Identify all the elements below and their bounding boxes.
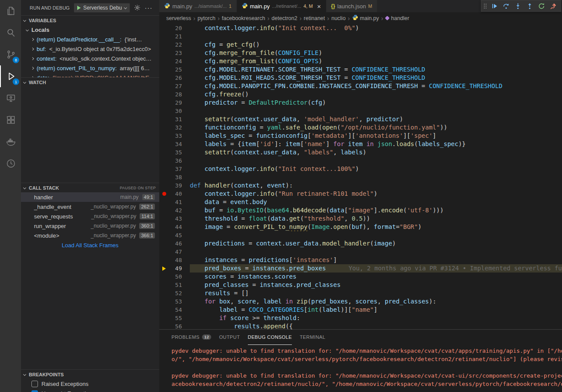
variable-row[interactable]: (return) convert_PIL_to_numpy:array([[[ …: [21, 63, 159, 73]
scope-locals[interactable]: Locals: [21, 25, 159, 34]
tab-close-icon[interactable]: ×: [317, 3, 321, 10]
code-line[interactable]: 54 label = COCO_CATEGORIES[int(label)]["…: [159, 306, 562, 314]
activity-bar-item-plugin[interactable]: [0, 153, 21, 174]
gutter-glyph-margin[interactable]: [159, 190, 169, 198]
call-stack-section-header[interactable]: CALL STACK PAUSED ON STEP: [21, 183, 159, 192]
code-line[interactable]: 55 if score >= threshold:: [159, 314, 562, 322]
breadcrumb-item-pytorch[interactable]: pytorch: [198, 15, 216, 21]
code-content: context.logger.info("Init context...100%…: [190, 165, 562, 173]
code-line[interactable]: 38: [159, 173, 562, 181]
tab-launch-json[interactable]: {}launch.jsonM: [326, 0, 377, 12]
code-line[interactable]: 32 functionconfig = yaml.safe_load(open(…: [159, 123, 562, 132]
continue-button[interactable]: [489, 1, 500, 11]
code-line[interactable]: 53 for box, score, label in zip(pred_box…: [159, 297, 562, 306]
variable-row[interactable]: (return) DefaultPredictor.__call__:{'ins…: [21, 34, 159, 44]
code-line[interactable]: 29 predictor = DefaultPredictor(cfg): [159, 99, 562, 107]
activity-bar-item-search[interactable]: [0, 22, 21, 44]
code-line[interactable]: 37 context.logger.info("Init context...1…: [159, 165, 562, 173]
code-line[interactable]: 40 context.logger.info("Run retinanet-R1…: [159, 190, 562, 198]
disconnect-button[interactable]: [548, 1, 559, 11]
code-line[interactable]: 46 predictions = context.user_data.model…: [159, 239, 562, 248]
stack-frame-row[interactable]: handlermain.py49:1: [21, 192, 159, 202]
load-all-stack-frames-link[interactable]: Load All Stack Frames: [21, 240, 159, 250]
more-actions-icon[interactable]: ···: [144, 6, 152, 10]
code-line[interactable]: 51 pred_classes = instances.pred_classes: [159, 281, 562, 289]
code-line[interactable]: 49 pred_boxes = instances.pred_boxesYou,…: [159, 264, 562, 273]
code-line[interactable]: 41 data = event.body: [159, 198, 562, 206]
stack-frame-row[interactable]: serve_requests_nuclio_wrapper.py114:1: [21, 211, 159, 221]
activity-bar-item-source-control[interactable]: 8: [0, 44, 21, 65]
activity-bar-item-remote-explorer[interactable]: [0, 87, 21, 109]
step-into-button[interactable]: [512, 1, 524, 11]
panel-tab-terminal[interactable]: TERMINAL: [300, 330, 326, 345]
python-icon: [164, 3, 170, 10]
debug-config-picker[interactable]: Serverless Debu: [74, 3, 130, 13]
stack-frame-row[interactable]: <module>_nuclio_wrapper.py366:1: [21, 231, 159, 240]
breakpoint-checkbox[interactable]: ✓: [31, 390, 38, 392]
panel-tab-debug-console[interactable]: DEBUG CONSOLE: [248, 330, 292, 345]
variable-row[interactable]: data:{'image': 'iVBORw0KGgoAAAANSUhE…: [21, 73, 159, 77]
activity-bar-item-run-and-debug[interactable]: 1: [0, 65, 21, 87]
breadcrumb-item-handler[interactable]: handler: [385, 15, 409, 21]
code-content: cfg.MODEL.RETINANET.SCORE_THRESH_TEST = …: [190, 65, 562, 74]
code-line[interactable]: 43 threshold = float(data.get("threshold…: [159, 215, 562, 223]
code-line[interactable]: 25 cfg.MODEL.RETINANET.SCORE_THRESH_TEST…: [159, 65, 562, 74]
code-line[interactable]: 35 setattr(context.user_data, "labels", …: [159, 148, 562, 157]
tab-main-py[interactable]: main.py.../siammask/...1: [159, 0, 236, 12]
breakpoint-checkbox[interactable]: [31, 381, 38, 387]
code-line[interactable]: 23 cfg.merge_from_file(CONFIG_FILE): [159, 49, 562, 57]
editor-code[interactable]: 20 context.logger.info("Init context... …: [159, 24, 562, 329]
code-line[interactable]: 44 image = convert_PIL_to_numpy(Image.op…: [159, 223, 562, 231]
activity-bar-item-explorer[interactable]: [0, 0, 21, 22]
stack-frame-row[interactable]: _handle_event_nuclio_wrapper.py262:1: [21, 202, 159, 211]
code-line[interactable]: 50 scores = instances.scores: [159, 273, 562, 281]
breadcrumb-item-nuclio[interactable]: nuclio: [331, 15, 346, 21]
code-line[interactable]: 52 results = []: [159, 289, 562, 297]
breadcrumb-item-main-py[interactable]: main.py: [352, 14, 379, 22]
step-out-button[interactable]: [524, 1, 535, 11]
activity-bar-item-extensions[interactable]: [0, 109, 21, 131]
code-line[interactable]: 24 cfg.merge_from_list(CONFIG_OPTS): [159, 57, 562, 65]
variable-row[interactable]: buf:<_io.BytesIO object at 0x7f5a2dc1ecc…: [21, 44, 159, 54]
code-line[interactable]: 22 cfg = get_cfg(): [159, 41, 562, 49]
variable-row[interactable]: context:<nuclio_sdk.context.Context obje…: [21, 54, 159, 63]
breadcrumb-item-retinanet[interactable]: retinanet: [304, 15, 325, 21]
watch-title: WATCH: [29, 80, 46, 85]
breadcrumb-item-serverless[interactable]: serverless: [166, 15, 191, 21]
code-line[interactable]: 45: [159, 231, 562, 239]
breadcrumb-item-detectron2[interactable]: detectron2: [271, 15, 297, 21]
code-line[interactable]: 56 results.append({: [159, 322, 562, 329]
code-line[interactable]: 31 setattr(context.user_data, 'model_han…: [159, 115, 562, 123]
code-line[interactable]: 30: [159, 107, 562, 115]
breadcrumb-item-facebookresearch[interactable]: facebookresearch: [222, 15, 265, 21]
code-line[interactable]: 20 context.logger.info("Init context... …: [159, 24, 562, 32]
debug-settings-gear-icon[interactable]: [134, 4, 140, 11]
code-line[interactable]: 28 cfg.freeze(): [159, 90, 562, 99]
line-number: 47: [169, 248, 182, 256]
panel-tab-problems[interactable]: PROBLEMS12: [171, 330, 211, 345]
tab-main-py[interactable]: main.py.../retinanet/...4, M×: [237, 0, 326, 12]
panel-tab-output[interactable]: OUTPUT: [219, 330, 240, 345]
activity-bar-item-docker[interactable]: [0, 131, 21, 153]
code-line[interactable]: 39def handler(context, event):: [159, 181, 562, 190]
stack-frame-position-badge: 49:1: [142, 194, 155, 200]
code-line[interactable]: 42 buf = io.BytesIO(base64.b64decode(dat…: [159, 206, 562, 215]
toolbar-drag-handle-icon[interactable]: [483, 3, 487, 10]
code-line[interactable]: 33 labels_spec = functionconfig['metadat…: [159, 132, 562, 140]
breakpoint-row[interactable]: Raised Exceptions: [21, 379, 159, 389]
breakpoints-section-header[interactable]: BREAKPOINTS: [21, 369, 159, 379]
breakpoint-row[interactable]: ✓Uncaught Exceptions: [21, 389, 159, 392]
code-line[interactable]: 36: [159, 157, 562, 165]
stack-frame-row[interactable]: run_wrapper_nuclio_wrapper.py360:1: [21, 221, 159, 231]
code-line[interactable]: 27 cfg.MODEL.PANOPTIC_FPN.COMBINE.INSTAN…: [159, 82, 562, 90]
debug-console-output[interactable]: pydev debugger: unable to find translati…: [159, 345, 562, 392]
restart-button[interactable]: [536, 1, 547, 11]
watch-section-header[interactable]: WATCH: [21, 77, 159, 87]
step-over-button[interactable]: [500, 1, 512, 11]
variables-section-header[interactable]: VARIABLES: [21, 15, 159, 25]
code-line[interactable]: 48 instances = predictions['instances']: [159, 256, 562, 264]
code-line[interactable]: 34 labels = {item['id']: item['name'] fo…: [159, 140, 562, 148]
code-line[interactable]: 26 cfg.MODEL.ROI_HEADS.SCORE_THRESH_TEST…: [159, 74, 562, 82]
code-line[interactable]: 21: [159, 32, 562, 41]
code-line[interactable]: 47: [159, 248, 562, 256]
